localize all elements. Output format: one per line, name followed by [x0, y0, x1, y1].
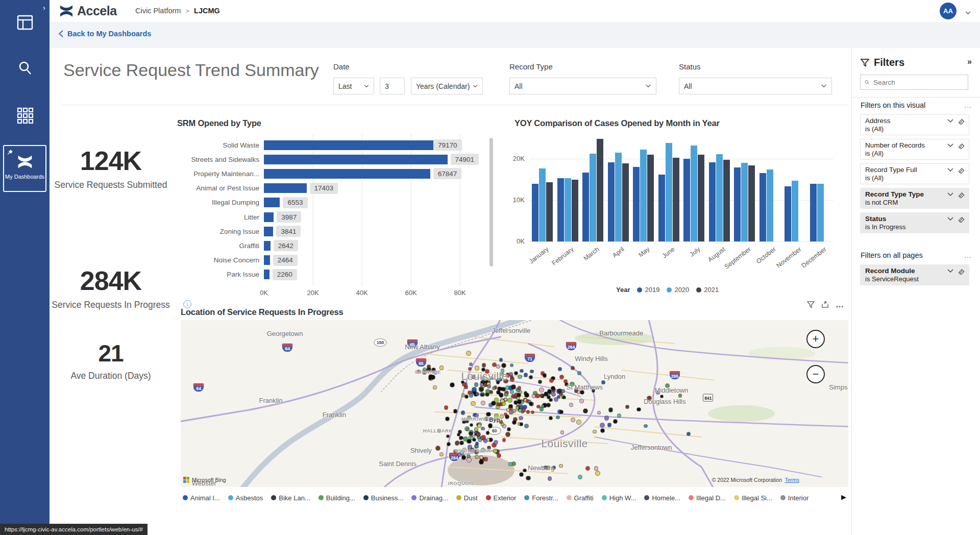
chevron-down-icon[interactable] [947, 119, 953, 123]
map-data-point[interactable] [508, 398, 512, 402]
map-data-point[interactable] [472, 387, 476, 391]
map-data-point[interactable] [497, 454, 501, 457]
column-bar[interactable] [582, 173, 589, 241]
map-data-point[interactable] [433, 386, 436, 389]
map-data-point[interactable] [578, 372, 581, 375]
column-bar[interactable] [546, 182, 553, 241]
column-bar[interactable] [767, 169, 773, 241]
map-data-point[interactable] [484, 440, 487, 443]
map-data-point[interactable] [523, 469, 526, 472]
legend-item[interactable]: Animal I... [183, 494, 220, 502]
column-bar[interactable] [532, 184, 538, 241]
search-icon[interactable] [16, 59, 34, 79]
column-bar[interactable] [622, 163, 629, 241]
map-data-point[interactable] [583, 409, 587, 413]
map-data-point[interactable] [601, 429, 604, 432]
map-zoom-in-button[interactable]: + [806, 330, 825, 348]
map-data-point[interactable] [552, 393, 555, 396]
map-data-point[interactable] [462, 455, 465, 459]
map-data-point[interactable] [479, 387, 483, 392]
bar[interactable] [264, 212, 274, 222]
map-data-point[interactable] [470, 424, 473, 426]
map-data-point[interactable] [489, 391, 493, 394]
map-data-point[interactable] [687, 432, 690, 435]
map-data-point[interactable] [679, 394, 681, 397]
eraser-icon[interactable] [958, 192, 965, 199]
chevron-down-icon[interactable] [947, 192, 953, 197]
map-data-point[interactable] [519, 417, 522, 420]
map-data-point[interactable] [429, 377, 431, 380]
column-bar[interactable] [698, 155, 704, 241]
map-data-point[interactable] [480, 383, 483, 386]
column-bar[interactable] [734, 167, 741, 241]
legend-next-arrow[interactable]: ▶ [841, 493, 846, 501]
map-data-point[interactable] [560, 410, 563, 414]
bar[interactable] [264, 155, 448, 164]
column-bar[interactable] [748, 165, 755, 241]
map-data-point[interactable] [493, 387, 495, 390]
map-data-point[interactable] [554, 398, 558, 401]
map-data-point[interactable] [482, 363, 485, 367]
map-data-point[interactable] [511, 385, 515, 388]
legend-item[interactable]: Illegal D... [689, 494, 726, 502]
map-data-point[interactable] [578, 475, 582, 479]
column-bar[interactable] [810, 184, 817, 241]
map-data-point[interactable] [540, 388, 544, 392]
map-data-point[interactable] [481, 394, 483, 396]
map-data-point[interactable] [500, 394, 502, 397]
bar-chart-scrollbar[interactable] [489, 138, 493, 266]
map-data-point[interactable] [517, 394, 521, 397]
map-data-point[interactable] [533, 392, 536, 395]
map-data-point[interactable] [500, 358, 503, 361]
legend-item[interactable]: 2019 [637, 286, 659, 294]
filter-card[interactable]: Record Moduleis ServiceRequest [860, 264, 969, 285]
map-data-point[interactable] [436, 446, 440, 450]
bar[interactable] [264, 169, 430, 179]
map-data-point[interactable] [447, 443, 450, 446]
layout-icon[interactable] [16, 13, 34, 34]
legend-item[interactable]: Bike Lan... [271, 494, 310, 502]
filter-icon[interactable] [807, 301, 815, 308]
sidebar-item-my-dashboards[interactable]: My Dashboards [3, 145, 46, 192]
map-data-point[interactable] [609, 408, 613, 412]
map-data-point[interactable] [509, 373, 512, 375]
legend-item[interactable]: Building... [318, 494, 355, 502]
apps-grid-icon[interactable] [16, 106, 34, 127]
map-data-point[interactable] [470, 394, 473, 397]
eraser-icon[interactable] [958, 119, 965, 125]
map-data-point[interactable] [518, 375, 521, 378]
map-data-point[interactable] [518, 400, 521, 403]
map-data-point[interactable] [458, 430, 461, 433]
map-data-point[interactable] [520, 473, 523, 476]
chevron-down-icon[interactable] [947, 217, 953, 221]
map-data-point[interactable] [488, 424, 492, 427]
status-select[interactable]: All [679, 78, 832, 94]
map-data-point[interactable] [530, 370, 533, 373]
map-data-point[interactable] [519, 409, 522, 412]
date-unit-select[interactable]: Years (Calendar) [411, 78, 483, 94]
column-bar[interactable] [683, 159, 690, 241]
bar[interactable] [264, 198, 280, 207]
column-bar[interactable] [647, 155, 654, 241]
legend-item[interactable]: 2020 [667, 286, 689, 294]
column-bar[interactable] [716, 154, 723, 241]
legend-item[interactable]: Asbestos [228, 494, 263, 502]
filter-card[interactable]: Number of Recordsis (All) [860, 139, 969, 160]
filter-card[interactable]: Record Type Fullis (All) [860, 163, 969, 184]
map-data-point[interactable] [558, 389, 561, 393]
map-data-point[interactable] [493, 363, 496, 367]
map-data-point[interactable] [475, 428, 477, 430]
map-data-point[interactable] [526, 476, 530, 480]
filter-card[interactable]: Addressis (All) [860, 114, 969, 135]
map-data-point[interactable] [577, 391, 580, 394]
map-data-point[interactable] [486, 431, 489, 434]
legend-item[interactable]: Interior [780, 494, 808, 502]
bar[interactable] [264, 255, 270, 265]
map-data-point[interactable] [543, 374, 546, 377]
filter-card[interactable]: Record Type Typeis not CRM [860, 188, 969, 209]
legend-item[interactable]: 2021 [696, 286, 719, 294]
column-bar[interactable] [792, 181, 798, 241]
map-data-point[interactable] [542, 405, 544, 407]
map-data-point[interactable] [522, 408, 526, 412]
sidebar-expand-icon[interactable]: › [43, 3, 45, 12]
